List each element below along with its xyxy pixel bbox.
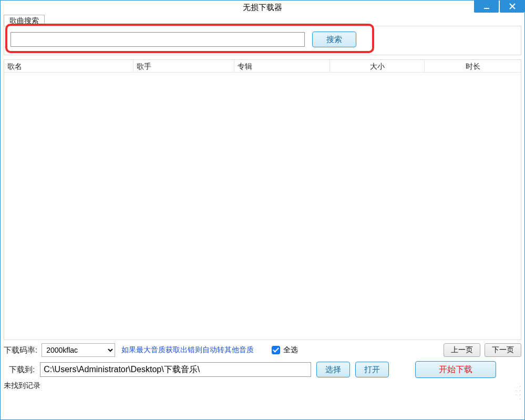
col-song-name[interactable]: 歌名 (4, 60, 133, 72)
svg-line-1 (510, 4, 515, 9)
open-folder-button[interactable]: 打开 (355, 362, 389, 377)
results-table: 歌名 歌手 专辑 大小 时长 (4, 59, 521, 340)
tab-song-search[interactable]: 歌曲搜索 (4, 15, 45, 26)
bitrate-label: 下载码率: (4, 345, 37, 355)
minimize-icon (483, 3, 490, 10)
bitrate-select[interactable]: 2000kflac (42, 343, 115, 357)
window-controls (473, 0, 524, 13)
window-title: 无损下载器 (243, 3, 282, 13)
col-size[interactable]: 大小 (330, 60, 425, 72)
tabstrip: 歌曲搜索 (1, 14, 524, 26)
svg-rect-0 (484, 8, 489, 9)
search-input[interactable] (11, 32, 305, 47)
status-text: 未找到记录 (4, 381, 40, 391)
search-panel: 搜索 (4, 26, 521, 55)
next-page-button[interactable]: 下一页 (485, 343, 521, 357)
select-all-label: 全选 (283, 345, 298, 355)
start-download-button[interactable]: 开始下载 (415, 361, 496, 378)
minimize-button[interactable] (474, 0, 499, 13)
select-all-checkbox[interactable] (272, 346, 280, 354)
search-button[interactable]: 搜索 (312, 32, 356, 47)
bitrate-row: 下载码率: 2000kflac 如果最大音质获取出错则自动转其他音质 全选 上一… (1, 340, 524, 359)
resize-grip-icon[interactable]: .. .. . . (514, 383, 521, 391)
download-path-row: 下载到: 选择 打开 开始下载 (1, 359, 524, 380)
table-header: 歌名 歌手 专辑 大小 时长 (4, 60, 521, 73)
col-duration[interactable]: 时长 (425, 60, 521, 72)
status-bar: 未找到记录 .. .. . . (1, 380, 524, 392)
close-icon (509, 3, 516, 9)
app-window: 无损下载器 歌曲搜索 搜索 歌名 (0, 0, 525, 420)
choose-folder-button[interactable]: 选择 (316, 362, 350, 377)
download-path-input[interactable] (40, 362, 311, 377)
close-button[interactable] (500, 0, 524, 13)
titlebar: 无损下载器 (1, 1, 524, 14)
col-album[interactable]: 专辑 (234, 60, 330, 72)
svg-line-2 (510, 4, 515, 9)
bitrate-note: 如果最大音质获取出错则自动转其他音质 (121, 345, 254, 355)
col-artist[interactable]: 歌手 (133, 60, 234, 72)
prev-page-button[interactable]: 上一页 (444, 343, 480, 357)
select-all-wrap: 全选 (272, 345, 298, 355)
search-row: 搜索 (11, 32, 356, 47)
download-to-label: 下载到: (9, 365, 35, 375)
